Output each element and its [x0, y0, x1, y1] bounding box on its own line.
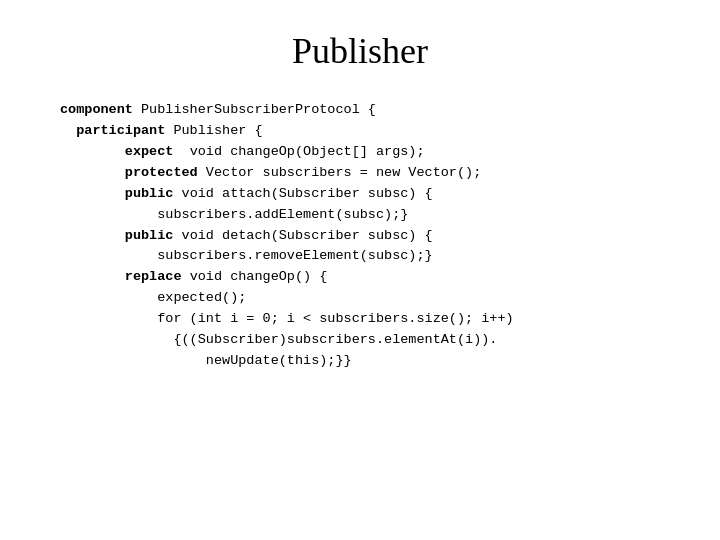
code-line: replace void changeOp() {: [60, 267, 680, 288]
page: Publisher component PublisherSubscriberP…: [0, 0, 720, 540]
code-line: {((Subscriber)subscribers.elementAt(i)).: [60, 330, 680, 351]
page-title: Publisher: [292, 30, 428, 72]
code-line: subscribers.addElement(subsc);}: [60, 205, 680, 226]
code-line: component PublisherSubscriberProtocol {: [60, 100, 680, 121]
code-line: expected();: [60, 288, 680, 309]
code-line: for (int i = 0; i < subscribers.size(); …: [60, 309, 680, 330]
code-line: protected Vector subscribers = new Vecto…: [60, 163, 680, 184]
code-line: participant Publisher {: [60, 121, 680, 142]
code-line: subscribers.removeElement(subsc);}: [60, 246, 680, 267]
code-line: public void detach(Subscriber subsc) {: [60, 226, 680, 247]
code-block: component PublisherSubscriberProtocol { …: [40, 100, 680, 372]
code-line: newUpdate(this);}}: [60, 351, 680, 372]
code-line: expect void changeOp(Object[] args);: [60, 142, 680, 163]
code-line: public void attach(Subscriber subsc) {: [60, 184, 680, 205]
